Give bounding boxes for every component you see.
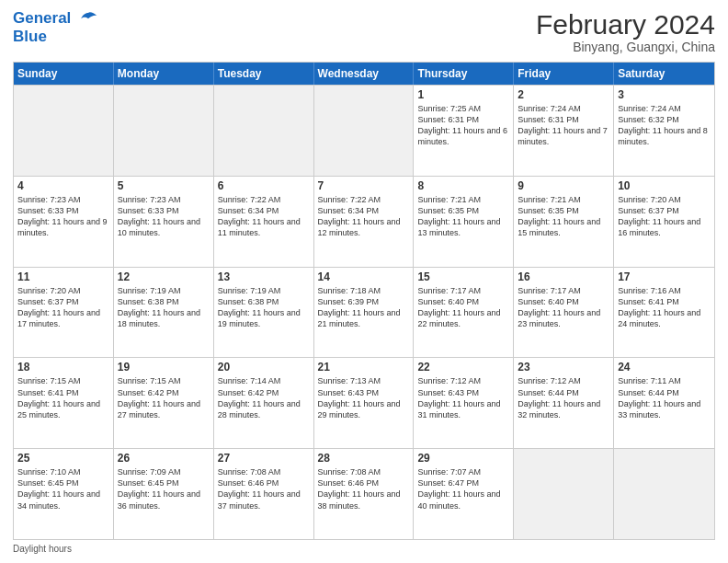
day-number: 17 (618, 270, 711, 283)
cal-cell (14, 86, 114, 176)
day-number: 1 (417, 88, 509, 101)
day-number: 14 (318, 270, 410, 283)
day-number: 5 (118, 179, 210, 192)
day-number: 8 (417, 179, 509, 192)
week-row-5: 25Sunrise: 7:10 AM Sunset: 6:45 PM Dayli… (14, 448, 714, 539)
day-number: 4 (17, 179, 109, 192)
day-number: 2 (518, 88, 609, 101)
calendar-body: 1Sunrise: 7:25 AM Sunset: 6:31 PM Daylig… (14, 85, 714, 539)
cell-info: Sunrise: 7:07 AM Sunset: 6:47 PM Dayligh… (417, 466, 509, 511)
cal-cell: 21Sunrise: 7:13 AM Sunset: 6:43 PM Dayli… (314, 358, 415, 448)
cell-info: Sunrise: 7:08 AM Sunset: 6:46 PM Dayligh… (318, 466, 410, 511)
cal-cell: 10Sunrise: 7:20 AM Sunset: 6:37 PM Dayli… (614, 177, 714, 267)
cell-info: Sunrise: 7:15 AM Sunset: 6:41 PM Dayligh… (17, 375, 109, 420)
header-day-saturday: Saturday (614, 63, 714, 85)
day-number: 28 (318, 452, 410, 465)
cal-cell: 8Sunrise: 7:21 AM Sunset: 6:35 PM Daylig… (414, 177, 514, 267)
footer-note: Daylight hours (13, 544, 715, 554)
day-number: 26 (118, 452, 210, 465)
cell-info: Sunrise: 7:19 AM Sunset: 6:38 PM Dayligh… (118, 285, 210, 330)
cell-info: Sunrise: 7:20 AM Sunset: 6:37 PM Dayligh… (17, 285, 109, 330)
cal-cell: 1Sunrise: 7:25 AM Sunset: 6:31 PM Daylig… (414, 86, 514, 176)
location: Binyang, Guangxi, China (536, 40, 715, 54)
day-number: 18 (17, 361, 109, 373)
day-number: 12 (118, 270, 210, 283)
cal-cell: 24Sunrise: 7:11 AM Sunset: 6:44 PM Dayli… (614, 358, 714, 448)
day-number: 11 (17, 270, 109, 283)
week-row-4: 18Sunrise: 7:15 AM Sunset: 6:41 PM Dayli… (14, 357, 714, 448)
cell-info: Sunrise: 7:09 AM Sunset: 6:45 PM Dayligh… (118, 466, 210, 511)
cal-cell: 27Sunrise: 7:08 AM Sunset: 6:46 PM Dayli… (214, 449, 314, 539)
day-number: 19 (118, 361, 210, 373)
title-area: February 2024 Binyang, Guangxi, China (536, 9, 715, 54)
cal-cell: 29Sunrise: 7:07 AM Sunset: 6:47 PM Dayli… (414, 449, 514, 539)
week-row-3: 11Sunrise: 7:20 AM Sunset: 6:37 PM Dayli… (14, 267, 714, 358)
cell-info: Sunrise: 7:24 AM Sunset: 6:32 PM Dayligh… (618, 103, 711, 148)
cell-info: Sunrise: 7:12 AM Sunset: 6:44 PM Dayligh… (518, 375, 609, 420)
cell-info: Sunrise: 7:18 AM Sunset: 6:39 PM Dayligh… (318, 285, 410, 330)
day-number: 6 (218, 179, 310, 192)
logo-text: General (13, 9, 98, 28)
cell-info: Sunrise: 7:13 AM Sunset: 6:43 PM Dayligh… (318, 375, 410, 420)
day-number: 25 (17, 452, 109, 465)
cal-cell: 4Sunrise: 7:23 AM Sunset: 6:33 PM Daylig… (14, 177, 114, 267)
cell-info: Sunrise: 7:21 AM Sunset: 6:35 PM Dayligh… (518, 194, 609, 239)
header-day-wednesday: Wednesday (314, 63, 415, 85)
day-number: 7 (318, 179, 410, 192)
cal-cell: 18Sunrise: 7:15 AM Sunset: 6:41 PM Dayli… (14, 358, 114, 448)
cal-cell (214, 86, 314, 176)
day-number: 10 (618, 179, 711, 192)
day-number: 29 (417, 452, 509, 465)
cell-info: Sunrise: 7:16 AM Sunset: 6:41 PM Dayligh… (618, 285, 711, 330)
month-title: February 2024 (536, 9, 715, 40)
cal-cell: 6Sunrise: 7:22 AM Sunset: 6:34 PM Daylig… (214, 177, 314, 267)
page: General Blue February 2024 Binyang, Guan… (0, 0, 728, 563)
cal-cell: 15Sunrise: 7:17 AM Sunset: 6:40 PM Dayli… (414, 268, 514, 358)
day-number: 22 (417, 361, 509, 373)
cal-cell: 14Sunrise: 7:18 AM Sunset: 6:39 PM Dayli… (314, 268, 415, 358)
cell-info: Sunrise: 7:12 AM Sunset: 6:43 PM Dayligh… (417, 375, 509, 420)
cell-info: Sunrise: 7:11 AM Sunset: 6:44 PM Dayligh… (618, 375, 711, 420)
calendar: SundayMondayTuesdayWednesdayThursdayFrid… (13, 62, 715, 540)
cal-cell: 20Sunrise: 7:14 AM Sunset: 6:42 PM Dayli… (214, 358, 314, 448)
cal-cell: 13Sunrise: 7:19 AM Sunset: 6:38 PM Dayli… (214, 268, 314, 358)
cal-cell: 2Sunrise: 7:24 AM Sunset: 6:31 PM Daylig… (514, 86, 614, 176)
cal-cell (614, 449, 714, 539)
cell-info: Sunrise: 7:23 AM Sunset: 6:33 PM Dayligh… (17, 194, 109, 239)
header-day-tuesday: Tuesday (214, 63, 314, 85)
cell-info: Sunrise: 7:22 AM Sunset: 6:34 PM Dayligh… (218, 194, 310, 239)
day-number: 24 (618, 361, 711, 373)
cell-info: Sunrise: 7:24 AM Sunset: 6:31 PM Dayligh… (518, 103, 609, 148)
day-number: 21 (318, 361, 410, 373)
header-day-monday: Monday (114, 63, 214, 85)
header: General Blue February 2024 Binyang, Guan… (13, 9, 715, 54)
cal-cell (114, 86, 214, 176)
cell-info: Sunrise: 7:21 AM Sunset: 6:35 PM Dayligh… (417, 194, 509, 239)
logo-blue-text: Blue (13, 28, 98, 46)
cell-info: Sunrise: 7:25 AM Sunset: 6:31 PM Dayligh… (417, 103, 509, 148)
cal-cell: 23Sunrise: 7:12 AM Sunset: 6:44 PM Dayli… (514, 358, 614, 448)
day-number: 20 (218, 361, 310, 373)
cal-cell (314, 86, 415, 176)
cell-info: Sunrise: 7:23 AM Sunset: 6:33 PM Dayligh… (118, 194, 210, 239)
cell-info: Sunrise: 7:22 AM Sunset: 6:34 PM Dayligh… (318, 194, 410, 239)
logo-bird-icon (78, 11, 98, 28)
day-number: 3 (618, 88, 711, 101)
day-number: 9 (518, 179, 609, 192)
cal-cell (514, 449, 614, 539)
cal-cell: 26Sunrise: 7:09 AM Sunset: 6:45 PM Dayli… (114, 449, 214, 539)
cal-cell: 9Sunrise: 7:21 AM Sunset: 6:35 PM Daylig… (514, 177, 614, 267)
header-day-thursday: Thursday (414, 63, 514, 85)
day-number: 16 (518, 270, 609, 283)
cal-cell: 19Sunrise: 7:15 AM Sunset: 6:42 PM Dayli… (114, 358, 214, 448)
cal-cell: 22Sunrise: 7:12 AM Sunset: 6:43 PM Dayli… (414, 358, 514, 448)
cal-cell: 11Sunrise: 7:20 AM Sunset: 6:37 PM Dayli… (14, 268, 114, 358)
day-number: 27 (218, 452, 310, 465)
day-number: 15 (417, 270, 509, 283)
cell-info: Sunrise: 7:19 AM Sunset: 6:38 PM Dayligh… (218, 285, 310, 330)
week-row-1: 1Sunrise: 7:25 AM Sunset: 6:31 PM Daylig… (14, 85, 714, 176)
cal-cell: 12Sunrise: 7:19 AM Sunset: 6:38 PM Dayli… (114, 268, 214, 358)
cell-info: Sunrise: 7:14 AM Sunset: 6:42 PM Dayligh… (218, 375, 310, 420)
calendar-header: SundayMondayTuesdayWednesdayThursdayFrid… (14, 63, 714, 85)
cell-info: Sunrise: 7:15 AM Sunset: 6:42 PM Dayligh… (118, 375, 210, 420)
